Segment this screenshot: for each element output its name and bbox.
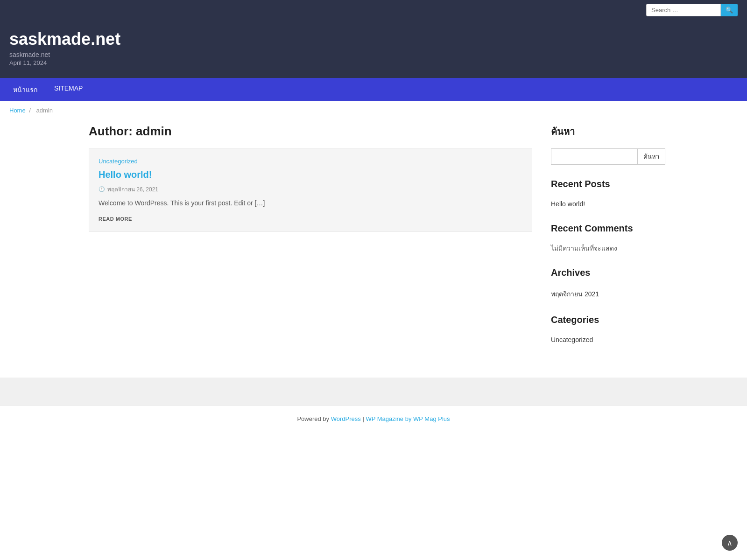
post-excerpt: Welcome to WordPress. This is your first… [99,198,522,208]
site-footer: Powered by WordPress | WP Magazine by WP… [0,406,747,432]
list-item: พฤตจิกายน 2021 [551,287,658,301]
header-search-input[interactable] [646,4,721,16]
nav-link-sitemap[interactable]: SITEMAP [46,78,91,98]
archives-list: พฤตจิกายน 2021 [551,287,658,301]
sidebar-search-input[interactable] [551,148,638,165]
widget-recent-comments: Recent Comments ไม่มีความเห็นที่จะแสดง [551,223,658,253]
breadcrumb-current: admin [36,107,53,114]
breadcrumb-home-link[interactable]: Home [9,107,26,114]
powered-by-text: Powered by [297,415,331,422]
widget-recent-posts: Recent Posts Hello world! [551,179,658,209]
recent-comments-title: Recent Comments [551,223,658,237]
site-date: April 11, 2024 [9,59,738,66]
recent-posts-title: Recent Posts [551,179,658,192]
sidebar: ค้นหา ค้นหา Recent Posts Hello world! Re… [551,124,658,359]
footer-separator: | [361,415,366,422]
category-link[interactable]: Uncategorized [551,336,593,343]
site-title[interactable]: saskmade.net [9,29,120,49]
archives-title: Archives [551,267,658,281]
read-more-link[interactable]: READ MORE [99,216,132,222]
nav-list: หน้าแรก SITEMAP [5,78,742,101]
nav-item-home: หน้าแรก [5,78,46,101]
header-search-form: 🔍 [646,4,738,16]
breadcrumb-separator: / [29,107,31,114]
search-icon: 🔍 [726,7,733,14]
clock-icon: 🕐 [99,186,105,192]
widget-search: ค้นหา ค้นหา [551,124,658,165]
site-header: 🔍 saskmade.net saskmade.net April 11, 20… [0,0,747,78]
header-search-button[interactable]: 🔍 [721,4,738,16]
header-top: 🔍 [0,0,747,20]
archive-link[interactable]: พฤตจิกายน 2021 [551,290,599,298]
author-heading: Author: admin [89,124,532,139]
list-item: Uncategorized [551,335,658,345]
post-title-link[interactable]: Hello world! [99,169,522,180]
sidebar-search-form: ค้นหา [551,148,658,165]
post-card: Uncategorized Hello world! 🕐 พฤตจิกายน 2… [89,148,532,232]
recent-post-link[interactable]: Hello world! [551,200,585,208]
footer-widget-area [0,378,747,406]
site-branding: saskmade.net saskmade.net April 11, 2024 [0,20,747,78]
search-widget-title: ค้นหา [551,124,658,142]
widget-categories: Categories Uncategorized [551,315,658,345]
list-item: Hello world! [551,199,658,209]
sidebar-search-button[interactable]: ค้นหา [638,148,665,165]
categories-title: Categories [551,315,658,328]
recent-posts-list: Hello world! [551,199,658,209]
post-meta: 🕐 พฤตจิกายน 26, 2021 [99,185,522,194]
site-nav: หน้าแรก SITEMAP [0,78,747,101]
breadcrumb: Home / admin [0,101,747,119]
main-container: Author: admin Uncategorized Hello world!… [79,119,668,378]
wordpress-link[interactable]: WordPress [331,415,361,422]
content-area: Author: admin Uncategorized Hello world!… [89,124,532,359]
post-date: พฤตจิกายน 26, 2021 [107,185,158,194]
theme-link[interactable]: WP Magazine by WP Mag Plus [366,415,450,422]
no-comments-text: ไม่มีความเห็นที่จะแสดง [551,243,658,253]
site-tagline: saskmade.net [9,51,738,58]
post-category-link[interactable]: Uncategorized [99,158,522,165]
widget-archives: Archives พฤตจิกายน 2021 [551,267,658,301]
nav-item-sitemap: SITEMAP [46,78,91,101]
nav-link-home[interactable]: หน้าแรก [5,78,46,101]
categories-list: Uncategorized [551,335,658,345]
